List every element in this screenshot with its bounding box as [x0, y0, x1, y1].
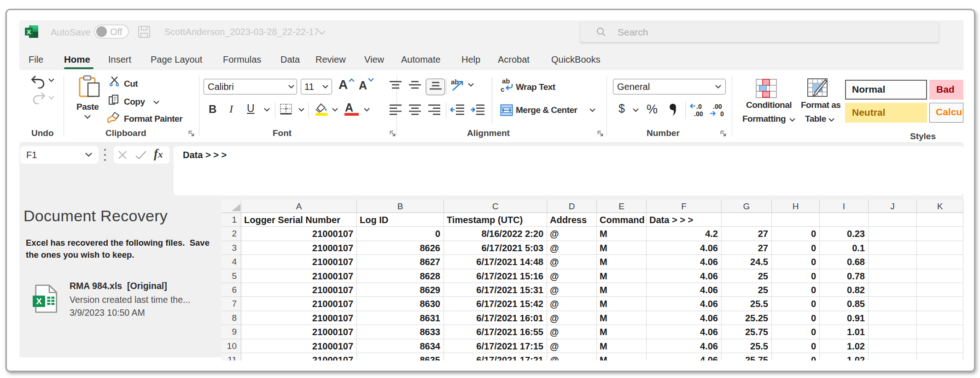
- svg-text:X: X: [27, 29, 31, 35]
- svg-text:X: X: [36, 296, 42, 306]
- svg-text:ab: ab: [502, 77, 510, 85]
- svg-text:0: 0: [720, 110, 724, 118]
- svg-text:.00: .00: [713, 103, 722, 110]
- svg-text:.00: .00: [694, 110, 703, 118]
- svg-text:c: c: [501, 85, 504, 93]
- svg-text:ab: ab: [451, 78, 459, 86]
- svg-text:.0: .0: [696, 103, 702, 110]
